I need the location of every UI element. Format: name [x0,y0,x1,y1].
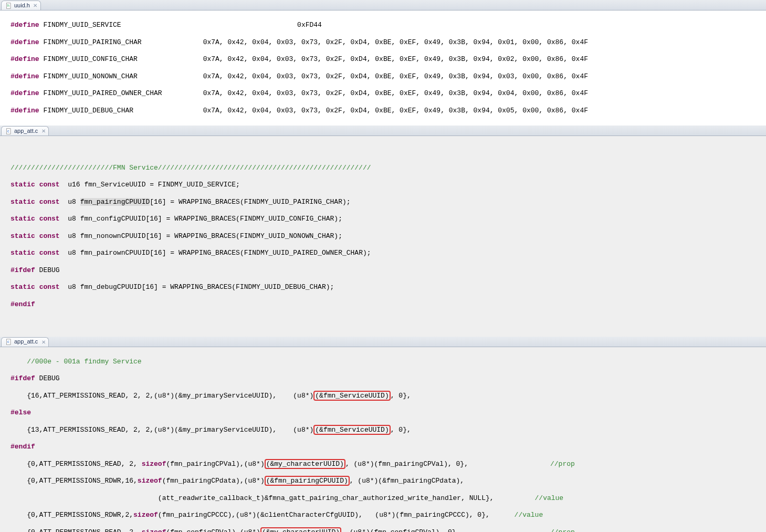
tab-label: uuid.h [14,2,30,9]
code: , 0}, [391,392,411,400]
const-kw: const [39,249,60,257]
code: {0,ATT_PERMISSIONS_READ, 2, [11,460,142,468]
define-kw: #define [11,107,39,114]
code: {13,ATT_PERMISSIONS_READ, 2, 2,(u8*)(&my… [11,426,313,434]
comment: //value [515,511,543,519]
static-kw: static [11,249,35,257]
boxed-uuid-ref: (&fmn_ServiceUUID) [313,391,390,401]
code: (fmn_pairingCPCCC),(u8*)(&clientCharacte… [158,511,515,519]
c-file-icon: c [6,128,12,134]
sizeof-kw: sizeof [142,460,166,468]
tab-label: app_att.c [14,338,38,346]
c-file-icon: c [6,339,12,345]
boxed-char-uuid: (&my_characterUUID) [260,527,341,532]
code: u8 fmn_configCPUUID[16] = WRAPPING_BRACE… [60,215,342,223]
ifdef-kw: #ifdef [11,374,35,382]
code: , (u8*)(&fmn_pairingCPdata), [350,477,464,485]
endif-kw: #endif [11,443,766,451]
code: , 0}, [391,426,411,434]
static-kw: static [11,215,35,223]
tabbar-uuid-h: h uuid.h ✕ [0,0,766,11]
code: DEBUG [35,374,60,382]
code: (fmn_pairingCPVal),(u8*) [166,460,264,468]
const-kw: const [39,215,60,223]
ifdef-kw: #ifdef [11,266,35,274]
comment: //000e - 001a findmy Service [11,358,766,366]
code: FINDMY_UUID_CONFIG_CHAR 0x7A, 0x42, 0x04… [39,55,588,63]
editor-app-att-c-2[interactable]: //000e - 001a findmy Service #ifdef DEBU… [0,347,766,533]
code: u16 fmn_ServiceUUID = FINDMY_UUID_SERVIC… [60,181,240,189]
code: {16,ATT_PERMISSIONS_READ, 2, 2,(u8*)(&my… [11,392,313,400]
comment: //value [535,494,564,502]
define-kw: #define [11,89,39,97]
const-kw: const [39,181,60,189]
tab-uuid-h[interactable]: h uuid.h ✕ [1,1,41,10]
static-kw: static [11,198,35,206]
editor-app-att-c-1[interactable]: /////////////////////////FMN Service////… [0,136,766,336]
code: (att_readwrite_callback_t)&fmna_gatt_pai… [11,494,535,502]
code: u8 [60,198,80,206]
code: (fmn_configCPVal),(u8*) [166,528,260,532]
tab-label: app_att.c [14,128,38,135]
code: FINDMY_UUID_NONOWN_CHAR 0x7A, 0x42, 0x04… [39,72,588,80]
sizeof-kw: sizeof [133,511,158,519]
code: {0,ATT_PERMISSIONS_RDWR,2, [11,511,133,519]
comment: //prop [550,460,575,468]
sizeof-kw: sizeof [142,528,166,532]
const-kw: const [39,283,60,291]
code: u8 fmn_debugCPUUID[16] = WRAPPING_BRACES… [60,283,334,291]
code: {0,ATT_PERMISSIONS_READ, 2, [11,528,142,532]
sizeof-kw: sizeof [138,477,162,485]
comment: //prop [550,528,575,532]
define-kw: #define [11,55,39,63]
code: [16] = WRAPPING_BRACES(FINDMY_UUID_PAIRI… [150,198,350,206]
code: FINDMY_UUID_PAIRING_CHAR 0x7A, 0x42, 0x0… [39,38,588,46]
else-kw: #else [11,409,766,417]
close-icon[interactable]: ✕ [33,3,38,8]
comment: /////////////////////////FMN Service////… [11,164,766,172]
static-kw: static [11,181,35,189]
tab-app-att-c-2[interactable]: c app_att.c ✕ [1,337,49,347]
tabbar-app-att-c-2: c app_att.c ✕ [0,337,766,347]
code: , (u8*)(fmn_configCPVal), 0}, [341,528,550,532]
tabbar-app-att-c-1: c app_att.c ✕ [0,126,766,136]
boxed-char-uuid: (&my_characterUUID) [265,459,345,469]
code: , (u8*)(fmn_pairingCPVal), 0}, [345,460,550,468]
code: u8 fmn_nonownCPUUID[16] = WRAPPING_BRACE… [60,232,342,240]
close-icon[interactable]: ✕ [40,128,46,134]
static-kw: static [11,283,35,291]
code: FINDMY_UUID_SERVICE 0xFD44 [39,21,322,29]
boxed-pairing-uuid: (&fmn_pairingCPUUID) [265,476,350,486]
code: u8 fmn_pairownCPUUID[16] = WRAPPING_BRAC… [60,249,371,257]
code: (fmn_pairingCPdata),(u8*) [162,477,265,485]
const-kw: const [39,198,60,206]
define-kw: #define [11,72,39,80]
boxed-uuid-ref: (&fmn_ServiceUUID) [313,425,390,435]
code: {0,ATT_PERMISSIONS_RDWR,16, [11,477,138,485]
code: FINDMY_UUID_PAIRED_OWNER_CHAR 0x7A, 0x42… [39,89,588,97]
tab-app-att-c-1[interactable]: c app_att.c ✕ [1,126,49,135]
code: DEBUG [35,266,60,274]
svg-text:h: h [7,4,9,7]
define-kw: #define [11,21,39,29]
define-kw: #define [11,38,39,46]
static-kw: static [11,232,35,240]
editor-uuid-h[interactable]: #define FINDMY_UUID_SERVICE 0xFD44 #defi… [0,11,766,126]
highlighted-token: fmn_pairingCPUUID [80,198,150,206]
close-icon[interactable]: ✕ [40,339,46,345]
endif-kw: #endif [11,300,766,309]
h-file-icon: h [6,3,12,9]
code: FINDMY_UUID_DEBUG_CHAR 0x7A, 0x42, 0x04,… [39,107,588,114]
const-kw: const [39,232,60,240]
